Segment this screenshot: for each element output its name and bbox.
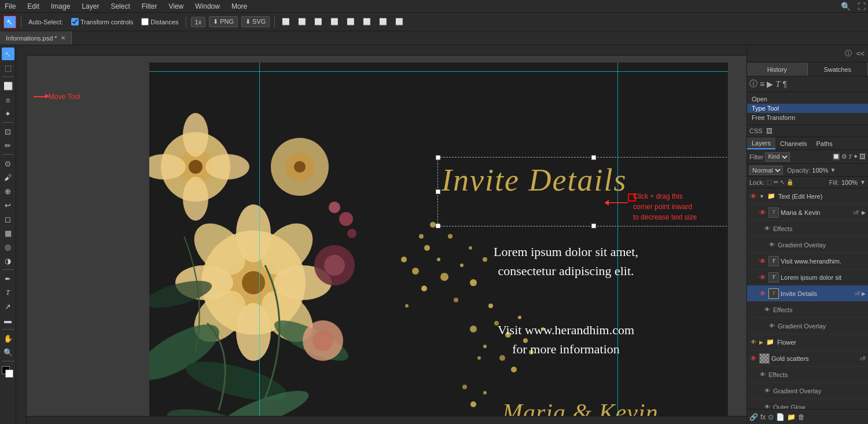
layer-vis-lorem[interactable]: 👁 — [759, 273, 767, 282]
layer-gradient-overlay-gs[interactable]: 👁 Gradient Overlay — [747, 383, 868, 399]
maximize-icon[interactable]: ⛶ — [858, 2, 866, 11]
menu-file[interactable]: File — [2, 2, 18, 10]
move-tool-btn[interactable]: ↖ — [2, 47, 14, 60]
path-select-btn[interactable]: ↗ — [2, 300, 14, 313]
layer-vis-gradient-id[interactable]: 👁 — [768, 322, 776, 330]
pen-tool-btn[interactable]: ✒ — [2, 272, 14, 285]
panel-icon-list[interactable]: ≡ — [760, 79, 764, 89]
blur-btn[interactable]: ◎ — [2, 240, 14, 253]
layer-vis-effects-gs[interactable]: 👁 — [759, 371, 767, 379]
color-swatches[interactable] — [2, 366, 14, 379]
tab-close-button[interactable]: ✕ — [61, 35, 65, 41]
crop-tool-btn[interactable]: ⊡ — [2, 125, 14, 138]
filter-icon-shape[interactable]: ✦ — [853, 153, 858, 160]
brush-tool-btn[interactable]: 🖌 — [2, 171, 14, 184]
artboard-tool-btn[interactable]: ⬚ — [2, 61, 14, 74]
layer-vis-flower[interactable]: 👁 — [749, 338, 757, 346]
distribute[interactable]: ⬜ — [393, 17, 406, 27]
panel-icon-para[interactable]: ¶ — [783, 79, 788, 89]
layer-vis-effects-mk[interactable]: 👁 — [763, 225, 771, 233]
history-brush-btn[interactable]: ↩ — [2, 199, 14, 211]
search-icon[interactable]: 🔍 — [841, 2, 851, 11]
dodge-btn[interactable]: ◑ — [2, 254, 14, 267]
tab-history-label[interactable]: History — [747, 63, 808, 76]
filter-icon-smart[interactable]: 🖼 — [859, 153, 866, 160]
tab-layers[interactable]: Layers — [747, 137, 775, 149]
layer-vis-effects-id[interactable]: 👁 — [763, 306, 771, 314]
svg-export[interactable]: ⬇ SVG — [241, 16, 270, 27]
move-tool-active[interactable]: ↖ — [3, 16, 16, 28]
spot-heal-btn[interactable]: ⊙ — [2, 157, 14, 170]
filter-icon-px[interactable]: 🔲 — [832, 153, 840, 160]
tab-paths[interactable]: Paths — [812, 137, 837, 149]
lock-all-icon[interactable]: 🔒 — [786, 179, 793, 185]
layer-vis-gradient-mk[interactable]: 👁 — [768, 241, 776, 249]
align-center[interactable]: ⬜ — [296, 17, 308, 27]
menu-filter[interactable]: Filter — [139, 2, 160, 10]
align-middle[interactable]: ⬜ — [361, 17, 373, 27]
eraser-btn[interactable]: ◻ — [2, 213, 14, 225]
menu-layer[interactable]: Layer — [79, 2, 101, 10]
layer-outer-glow-gs[interactable]: 👁 Outer Glow — [747, 399, 868, 409]
layer-gradient-overlay-id[interactable]: 👁 Gradient Overlay — [747, 318, 868, 334]
panel-icon-info[interactable]: ⓘ — [749, 79, 757, 89]
layer-effects-gs[interactable]: 👁 Effects — [747, 367, 868, 383]
canvas-area[interactable]: Move Tool — [16, 45, 746, 424]
layer-vis-visit[interactable]: 👁 — [759, 257, 767, 265]
lock-draw-icon[interactable]: ✏ — [774, 179, 778, 185]
layer-invite-details[interactable]: 👁 T Invite Details off ▶ — [747, 286, 868, 302]
layer-options-maria-kevin[interactable]: ▶ — [862, 210, 866, 215]
gradient-btn[interactable]: ▦ — [2, 226, 14, 239]
panel-icon-textT[interactable]: T — [775, 79, 780, 89]
filter-kind-select[interactable]: Kind — [765, 152, 790, 162]
panel-info-icon[interactable]: ⓘ — [844, 47, 853, 60]
layer-maria-kevin[interactable]: 👁 T Maria & Kevin off ▶ — [747, 204, 868, 221]
layer-flower[interactable]: 👁 ▶ 📁 Flower — [747, 334, 868, 350]
menu-image[interactable]: Image — [49, 2, 72, 10]
layer-effects-id[interactable]: 👁 Effects — [747, 302, 868, 318]
layer-vis-maria-kevin[interactable]: 👁 — [759, 209, 767, 217]
tab-swatches[interactable]: Swatches — [808, 63, 869, 76]
marquee-tool-btn[interactable]: ⬜ — [2, 79, 14, 92]
new-layer-icon[interactable]: 📄 — [776, 413, 785, 421]
align-bottom[interactable]: ⬜ — [377, 17, 389, 27]
blend-mode-select[interactable]: Normal — [749, 166, 783, 175]
lock-move-icon[interactable]: ↖ — [780, 179, 785, 185]
history-item-free-transform[interactable]: Free Transform — [747, 113, 868, 122]
png-export[interactable]: ⬇ PNG — [209, 16, 238, 27]
hand-tool-btn[interactable]: ✋ — [2, 332, 14, 345]
menu-edit[interactable]: Edit — [25, 2, 42, 10]
tab-channels[interactable]: Channels — [775, 137, 811, 149]
new-group-icon[interactable]: 📁 — [787, 413, 796, 421]
zoom-tool-btn[interactable]: 🔍 — [2, 346, 14, 359]
history-item-type-tool[interactable]: Type Tool — [747, 104, 868, 113]
layer-text-edit-here[interactable]: 👁 ▼ 📁 Text (Edit Here) — [747, 188, 868, 204]
opacity-arrow[interactable]: ▼ — [830, 167, 836, 173]
layer-gradient-overlay-mk[interactable]: 👁 Gradient Overlay — [747, 237, 868, 253]
clone-stamp-btn[interactable]: ⊕ — [2, 185, 14, 198]
align-left[interactable]: ⬜ — [279, 17, 292, 27]
panel-icon-right[interactable]: ▶ — [767, 79, 773, 89]
menu-view[interactable]: View — [166, 2, 186, 10]
align-stretch[interactable]: ⬜ — [328, 17, 341, 27]
layer-gold-scatters[interactable]: 👁 Gold scatters off — [747, 350, 868, 367]
menu-select[interactable]: Select — [108, 2, 132, 10]
filter-icon-adj[interactable]: ⚙ — [841, 153, 847, 160]
history-item-open[interactable]: Open — [747, 94, 868, 104]
new-fill-icon[interactable]: ⊙ — [768, 413, 774, 421]
panel-expand-icon[interactable]: << — [855, 49, 866, 59]
link-icon[interactable]: 🔗 — [749, 413, 758, 421]
filter-icon-T[interactable]: T — [848, 153, 852, 160]
layer-options-invite[interactable]: ▶ — [862, 291, 866, 297]
delete-layer-icon[interactable]: 🗑 — [798, 413, 805, 421]
align-right[interactable]: ⬜ — [312, 17, 325, 27]
scale-select[interactable]: 1x — [191, 17, 206, 27]
transform-controls-checkbox[interactable]: Transform controls — [69, 17, 135, 27]
layer-vis-text-group[interactable]: 👁 — [749, 192, 757, 200]
align-top[interactable]: ⬜ — [344, 17, 357, 27]
shape-tool-btn[interactable]: ▬ — [2, 314, 14, 327]
fill-arrow[interactable]: ▼ — [860, 179, 866, 185]
horizontal-scrollbar[interactable] — [27, 416, 746, 424]
eyedropper-btn[interactable]: ✏ — [2, 139, 14, 152]
layer-vis-gradient-gs[interactable]: 👁 — [763, 387, 771, 395]
